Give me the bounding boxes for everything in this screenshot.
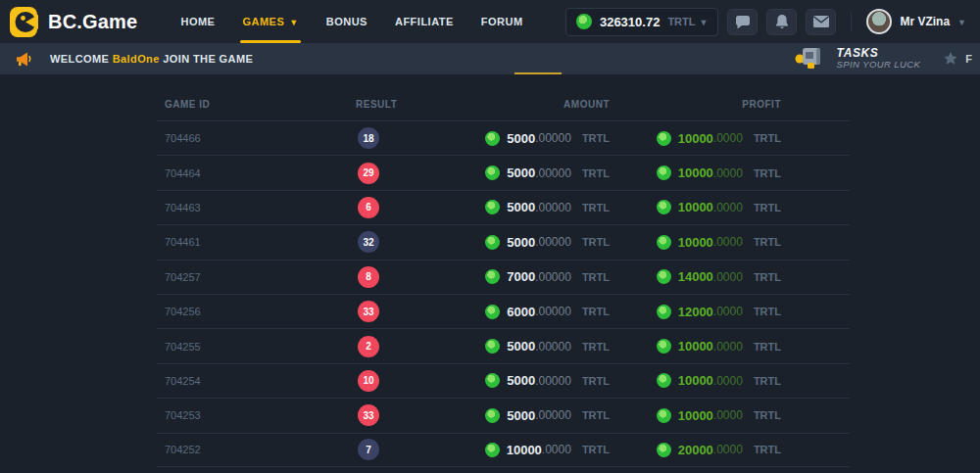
chevron-down-icon: ▼ — [289, 19, 298, 27]
table-row[interactable]: 704461 32 5000.00000 TRTL 10000.0000 TRT… — [157, 224, 850, 259]
bets-table: GAME ID RESULT AMOUNT PROFIT 704466 18 5… — [157, 88, 850, 467]
amount-cell: 5000.00000 TRTL — [464, 200, 610, 214]
balance-amount: 326310.72 — [600, 15, 660, 29]
table-row[interactable]: 704254 10 5000.00000 TRTL 10000.0000 TRT… — [157, 363, 850, 398]
coin-icon — [657, 373, 671, 388]
amount-cell: 5000.00000 TRTL — [464, 408, 610, 423]
coin-icon — [485, 305, 500, 319]
result-cell: 10 — [356, 370, 464, 392]
megaphone-icon — [16, 51, 34, 68]
table-row[interactable]: 704255 2 5000.00000 TRTL 10000.0000 TRTL — [157, 328, 850, 362]
amount-cell: 6000.00000 TRTL — [464, 305, 610, 319]
coin-icon — [485, 131, 500, 146]
result-badge: 29 — [358, 163, 379, 184]
tasks-widget[interactable]: TASKS SPIN YOUR LUCK — [795, 46, 921, 71]
table-row[interactable]: 704464 29 5000.00000 TRTL 10000.0000 TRT… — [157, 155, 850, 189]
nav-item-forum[interactable]: FORUM — [467, 0, 537, 43]
welcome-username: BaldOne — [113, 53, 160, 65]
currency-label: TRTL — [582, 202, 610, 213]
balance-selector[interactable]: 326310.72 TRTL▼ — [565, 8, 718, 36]
navbar-right: 326310.72 TRTL▼ Mr VZina ▼ — [565, 8, 966, 36]
nav-item-home[interactable]: HOME — [167, 0, 228, 43]
result-badge: 7 — [358, 439, 379, 460]
coin-icon — [657, 235, 671, 250]
balance-currency: TRTL — [667, 16, 695, 27]
table-row[interactable]: 704466 18 5000.00000 TRTL 10000.0000 TRT… — [157, 120, 850, 155]
coin-icon — [657, 131, 671, 146]
currency-label: TRTL — [582, 306, 610, 317]
bcgame-logo-icon — [10, 6, 39, 38]
profit-cell: 10000.0000 TRTL — [610, 200, 781, 214]
table-row[interactable]: 704257 8 7000.00000 TRTL 14000.0000 TRTL — [157, 260, 850, 294]
coin-icon — [485, 200, 500, 214]
game-id-cell: 704464 — [157, 167, 356, 179]
currency-label: TRTL — [582, 375, 610, 387]
result-cell: 29 — [356, 163, 464, 184]
profit-cell: 10000.0000 TRTL — [610, 408, 781, 423]
page: BC.Game HOME GAMES▼ BONUS AFFILIATE FORU… — [0, 0, 980, 473]
divider — [851, 12, 852, 31]
column-header-result: RESULT — [356, 99, 464, 110]
column-header-amount: AMOUNT — [464, 99, 610, 110]
result-badge: 32 — [358, 231, 379, 253]
table-row[interactable]: 704463 6 5000.00000 TRTL 10000.0000 TRTL — [157, 190, 850, 224]
result-badge: 33 — [358, 404, 379, 426]
profit-cell: 12000.0000 TRTL — [610, 305, 781, 319]
coin-icon — [485, 443, 500, 457]
currency-label: TRTL — [582, 271, 610, 283]
currency-label: TRTL — [582, 236, 610, 248]
game-id-cell: 704254 — [157, 375, 356, 387]
result-cell: 18 — [356, 127, 464, 149]
amount-cell: 7000.00000 TRTL — [464, 269, 610, 284]
table-row[interactable]: 704252 7 10000.0000 TRTL 20000.0000 TRTL — [157, 433, 850, 467]
table-row[interactable]: 704253 33 5000.00000 TRTL 10000.0000 TRT… — [157, 398, 850, 432]
currency-label: TRTL — [754, 271, 781, 283]
brand-name: BC.Game — [48, 11, 137, 33]
user-menu[interactable]: Mr VZina ▼ — [866, 9, 966, 34]
coin-icon — [657, 339, 671, 354]
coin-icon — [485, 373, 500, 388]
coin-icon — [657, 305, 671, 319]
currency-label: TRTL — [754, 306, 781, 317]
result-badge: 18 — [358, 127, 379, 149]
profit-cell: 14000.0000 TRTL — [610, 269, 781, 284]
brand-logo[interactable]: BC.Game — [10, 6, 137, 38]
result-cell: 32 — [356, 231, 464, 253]
envelope-icon — [813, 16, 829, 27]
tasks-slot-icon — [795, 46, 828, 71]
currency-label: TRTL — [582, 341, 610, 353]
result-badge: 10 — [358, 370, 379, 392]
currency-label: TRTL — [582, 132, 610, 144]
amount-cell: 10000.0000 TRTL — [464, 443, 610, 457]
currency-label: TRTL — [754, 409, 781, 421]
chevron-down-icon: ▼ — [957, 19, 966, 27]
welcome-banner: WELCOME BaldOne JOIN THE GAME TASKS SPIN… — [0, 43, 980, 74]
amount-cell: 5000.00000 TRTL — [464, 339, 610, 354]
currency-label: TRTL — [754, 132, 781, 144]
favorites-edge[interactable]: F — [942, 50, 972, 68]
chat-button[interactable] — [727, 9, 758, 35]
coin-icon — [485, 166, 500, 180]
result-cell: 33 — [356, 301, 464, 322]
messages-button[interactable] — [806, 9, 836, 35]
coin-icon — [657, 269, 671, 284]
game-id-cell: 704257 — [157, 271, 356, 283]
result-badge: 6 — [358, 197, 379, 218]
nav-item-bonus[interactable]: BONUS — [313, 0, 381, 43]
profit-cell: 10000.0000 TRTL — [610, 235, 781, 250]
chat-icon — [735, 15, 751, 29]
tasks-subtitle: SPIN YOUR LUCK — [837, 60, 921, 71]
table-row[interactable]: 704256 33 6000.00000 TRTL 12000.0000 TRT… — [157, 294, 850, 328]
amount-cell: 5000.00000 TRTL — [464, 373, 610, 388]
notifications-button[interactable] — [766, 9, 797, 35]
amount-cell: 5000.00000 TRTL — [464, 235, 610, 250]
table-body: 704466 18 5000.00000 TRTL 10000.0000 TRT… — [157, 120, 850, 467]
nav-item-games[interactable]: GAMES▼ — [228, 0, 312, 43]
game-id-cell: 704252 — [157, 444, 356, 455]
nav-item-affiliate[interactable]: AFFILIATE — [381, 0, 467, 43]
result-cell: 2 — [356, 336, 464, 357]
currency-label: TRTL — [754, 202, 781, 213]
main-content: GAME ID RESULT AMOUNT PROFIT 704466 18 5… — [0, 74, 980, 467]
main-nav: HOME GAMES▼ BONUS AFFILIATE FORUM — [167, 0, 536, 43]
game-id-cell: 704461 — [157, 236, 356, 248]
